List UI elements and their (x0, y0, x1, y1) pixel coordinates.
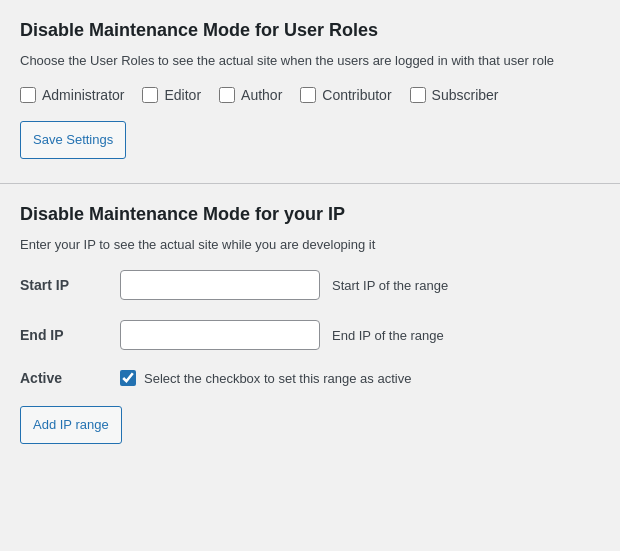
start-ip-row: Start IP Start IP of the range (20, 270, 600, 300)
role-contributor-label: Contributor (322, 87, 391, 103)
role-subscriber[interactable]: Subscriber (410, 87, 499, 103)
role-editor[interactable]: Editor (142, 87, 201, 103)
active-row: Active Select the checkbox to set this r… (20, 370, 600, 386)
role-administrator-checkbox[interactable] (20, 87, 36, 103)
role-editor-label: Editor (164, 87, 201, 103)
end-ip-input[interactable] (120, 320, 320, 350)
active-checkbox-wrap: Select the checkbox to set this range as… (120, 370, 411, 386)
role-subscriber-checkbox[interactable] (410, 87, 426, 103)
end-ip-hint: End IP of the range (332, 328, 444, 343)
role-author-label: Author (241, 87, 282, 103)
end-ip-row: End IP End IP of the range (20, 320, 600, 350)
add-ip-range-button[interactable]: Add IP range (20, 406, 122, 444)
role-administrator-label: Administrator (42, 87, 124, 103)
end-ip-label: End IP (20, 327, 120, 343)
save-settings-button[interactable]: Save Settings (20, 121, 126, 159)
start-ip-hint: Start IP of the range (332, 278, 448, 293)
role-administrator[interactable]: Administrator (20, 87, 124, 103)
roles-checkboxes: Administrator Editor Author Contributor … (20, 87, 600, 103)
start-ip-input[interactable] (120, 270, 320, 300)
user-roles-section: Disable Maintenance Mode for User Roles … (0, 0, 620, 184)
user-roles-description: Choose the User Roles to see the actual … (20, 51, 600, 71)
user-roles-title: Disable Maintenance Mode for User Roles (20, 20, 600, 41)
active-checkbox[interactable] (120, 370, 136, 386)
role-contributor[interactable]: Contributor (300, 87, 391, 103)
role-subscriber-label: Subscriber (432, 87, 499, 103)
role-editor-checkbox[interactable] (142, 87, 158, 103)
role-contributor-checkbox[interactable] (300, 87, 316, 103)
ip-fields: Start IP Start IP of the range End IP En… (20, 270, 600, 444)
active-label: Active (20, 370, 120, 386)
role-author[interactable]: Author (219, 87, 282, 103)
start-ip-label: Start IP (20, 277, 120, 293)
ip-section-description: Enter your IP to see the actual site whi… (20, 235, 600, 255)
active-description: Select the checkbox to set this range as… (144, 371, 411, 386)
ip-section: Disable Maintenance Mode for your IP Ent… (0, 184, 620, 469)
role-author-checkbox[interactable] (219, 87, 235, 103)
ip-section-title: Disable Maintenance Mode for your IP (20, 204, 600, 225)
